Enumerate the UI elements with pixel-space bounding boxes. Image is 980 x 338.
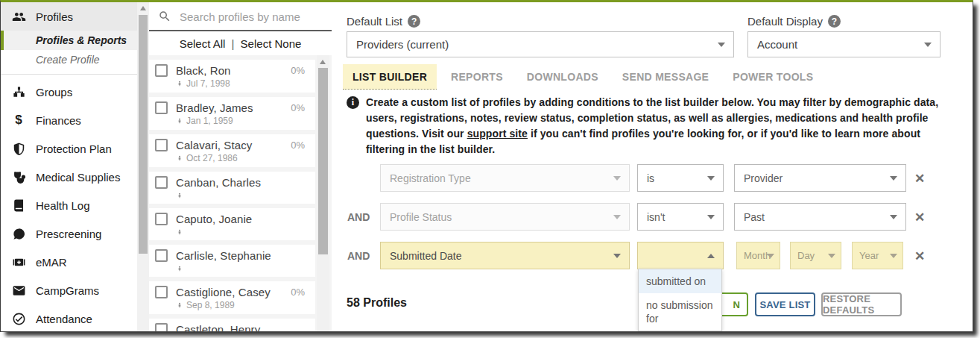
scroll-up-arrow-icon[interactable] <box>320 60 326 64</box>
select-all-link[interactable]: Select All <box>180 37 226 50</box>
profile-search[interactable]: Search profiles by name <box>149 2 332 31</box>
filter-operator-select[interactable]: is <box>637 164 724 192</box>
chevron-down-icon <box>718 43 725 47</box>
tab-list-builder[interactable]: LIST BUILDER <box>343 64 437 90</box>
tab-bar: LIST BUILDER REPORTS DOWNLOADS SEND MESS… <box>343 64 827 90</box>
select-none-link[interactable]: Select None <box>241 37 302 50</box>
profile-checkbox[interactable] <box>155 323 168 331</box>
search-input[interactable]: Search profiles by name <box>180 10 300 23</box>
chevron-down-icon <box>613 215 621 219</box>
scroll-up-arrow-icon[interactable] <box>140 6 146 10</box>
list-item[interactable]: Canban, Charles <box>149 172 315 204</box>
list-item[interactable]: Castleton, Henry <box>149 319 315 331</box>
remove-filter-icon[interactable]: ✕ <box>914 211 925 224</box>
support-site-link[interactable]: support site <box>467 128 528 140</box>
restore-defaults-button[interactable]: RESTORE DEFAULTS <box>821 292 902 316</box>
list-item[interactable]: Black, Ron 0% Jul 7, 1998 <box>149 60 315 93</box>
sidebar-item-label: Protection Plan <box>36 143 112 155</box>
profile-percent: 0% <box>291 65 305 76</box>
chevron-up-icon <box>707 254 715 258</box>
filter-operator-select[interactable]: isn't <box>637 203 724 231</box>
chevron-down-icon <box>613 254 621 258</box>
default-display-select[interactable]: Account <box>747 31 941 57</box>
sidebar-item-label: Health Log <box>36 199 90 212</box>
sidebar-scrollbar[interactable] <box>137 2 149 331</box>
shield-icon <box>11 141 26 156</box>
list-item[interactable]: Castiglione, Casey 0% Sep 8, 1989 <box>149 281 315 314</box>
profile-name: Caputo, Joanie <box>176 213 297 225</box>
scrollbar-thumb[interactable] <box>139 15 148 254</box>
profile-checkbox[interactable] <box>155 286 168 298</box>
month-select[interactable]: Month <box>736 242 780 269</box>
profile-checkbox[interactable] <box>155 64 168 77</box>
and-label: AND <box>347 250 376 262</box>
default-list-select[interactable]: Providers (current) <box>347 31 734 57</box>
list-item[interactable]: Calavari, Stacy 0% Oct 27, 1986 <box>149 134 315 167</box>
profile-dob: Oct 27, 1986 <box>186 153 238 163</box>
sidebar-item-label: Medical Supplies <box>36 171 120 184</box>
search-icon <box>158 10 171 23</box>
profile-dob: Jan 1, 1959 <box>186 116 233 126</box>
sidebar-item-protection-plan[interactable]: Protection Plan <box>1 134 137 163</box>
profile-checkbox[interactable] <box>155 249 168 262</box>
tab-reports[interactable]: REPORTS <box>441 64 513 90</box>
envelope-icon <box>11 283 26 298</box>
chevron-down-icon <box>890 215 897 219</box>
profile-checkbox[interactable] <box>155 139 168 151</box>
profile-list-scrollbar[interactable] <box>317 55 329 331</box>
help-icon[interactable]: ? <box>408 15 420 28</box>
dropdown-option-submitted-on[interactable]: submitted on <box>639 269 721 293</box>
profile-list: Black, Ron 0% Jul 7, 1998 Bradley, James… <box>149 55 332 331</box>
filter-value-select[interactable]: Provider <box>734 164 906 192</box>
sidebar-item-attendance[interactable]: Attendance <box>1 304 137 331</box>
profile-checkbox[interactable] <box>155 101 168 114</box>
sidebar-item-medical-supplies[interactable]: Medical Supplies <box>1 163 137 191</box>
sidebar-item-profiles[interactable]: Profiles <box>1 2 137 31</box>
tab-power-tools[interactable]: POWER TOOLS <box>723 64 823 90</box>
sidebar-item-profiles-reports[interactable]: Profiles & Reports <box>1 31 137 50</box>
sidebar-item-prescreening[interactable]: Prescreening <box>1 219 137 248</box>
sidebar-item-create-profile[interactable]: Create Profile <box>1 50 137 69</box>
sidebar-item-label: Finances <box>36 114 81 127</box>
list-item[interactable]: Bradley, James 0% Jan 1, 1959 <box>149 97 315 130</box>
sidebar-item-groups[interactable]: Groups <box>1 78 137 106</box>
scrollbar-thumb[interactable] <box>318 68 328 254</box>
book-icon <box>11 198 26 213</box>
profile-checkbox[interactable] <box>155 213 168 225</box>
app-window: Profiles Profiles & Reports Create Profi… <box>0 0 973 332</box>
sidebar-item-emar[interactable]: eMAR <box>1 248 137 276</box>
filter-field-select[interactable]: Profile Status <box>380 203 630 231</box>
info-banner: i Create a custom list of profiles by ad… <box>347 95 959 157</box>
operator-dropdown-menu: submitted on no submission for <box>638 269 722 331</box>
filter-field-select[interactable]: Registration Type <box>380 164 630 192</box>
list-item[interactable]: Carlisle, Stephanie <box>149 245 315 277</box>
sidebar-item-campgrams[interactable]: CampGrams <box>1 276 137 304</box>
remove-filter-icon[interactable]: ✕ <box>914 250 925 263</box>
year-select[interactable]: Year <box>852 242 903 269</box>
sidebar-item-health-log[interactable]: Health Log <box>1 191 137 219</box>
chevron-down-icon <box>890 176 897 181</box>
tab-send-message[interactable]: SEND MESSAGE <box>613 64 718 90</box>
sidebar-divider <box>1 74 137 75</box>
tab-downloads[interactable]: DOWNLOADS <box>517 64 608 90</box>
chevron-down-icon <box>613 176 621 181</box>
help-icon[interactable]: ? <box>828 15 841 28</box>
sidebar-item-label: Attendance <box>36 313 92 325</box>
sidebar-item-label: eMAR <box>36 256 67 269</box>
filter-operator-select-open[interactable] <box>637 242 724 269</box>
dropdown-option-no-submission-for[interactable]: no submission for <box>639 293 721 331</box>
filter-value-select[interactable]: Past <box>734 203 906 231</box>
list-item[interactable]: Caputo, Joanie <box>149 208 315 240</box>
save-list-button[interactable]: SAVE LIST <box>755 292 815 316</box>
sidebar-item-finances[interactable]: $ Finances <box>1 106 137 134</box>
profile-percent: 0% <box>291 287 305 298</box>
check-circle-icon <box>11 311 26 326</box>
profiles-panel: Search profiles by name Select All | Sel… <box>149 2 332 331</box>
profile-name: Calavari, Stacy <box>176 139 282 151</box>
chevron-down-icon <box>924 43 932 47</box>
profile-checkbox[interactable] <box>155 176 168 189</box>
day-select[interactable]: Day <box>790 242 841 269</box>
filter-field-select[interactable]: Submitted Date <box>380 242 630 269</box>
profile-name: Castleton, Henry <box>176 323 297 331</box>
remove-filter-icon[interactable]: ✕ <box>914 172 925 185</box>
